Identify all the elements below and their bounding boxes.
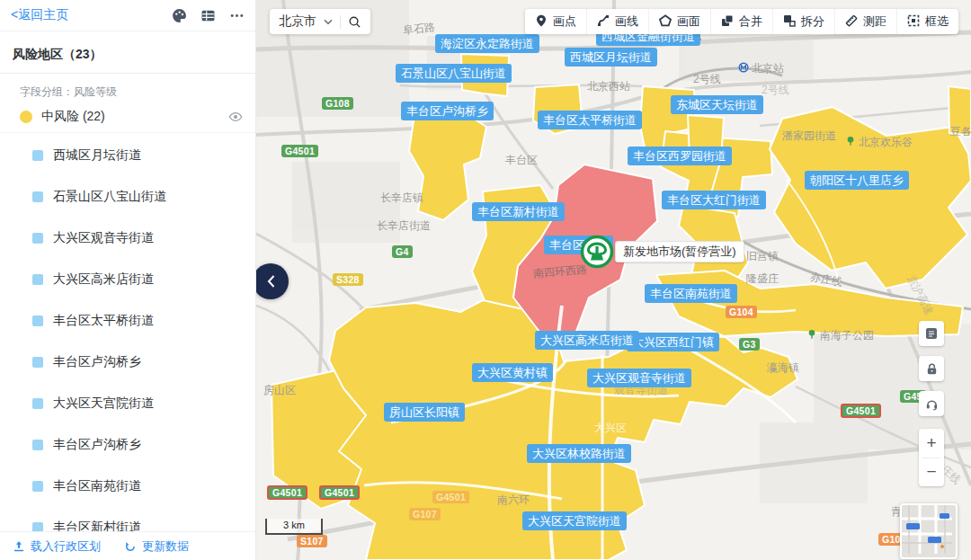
- road-badge: S107: [297, 535, 327, 547]
- road-badge: G104: [726, 306, 757, 318]
- map-background-text: 南六环: [497, 493, 530, 508]
- region-bullet-icon: [32, 150, 43, 161]
- city-selector[interactable]: 北京市: [270, 9, 370, 34]
- ruler-icon: [845, 14, 858, 30]
- map-area-label[interactable]: 丰台区卢沟桥乡: [401, 102, 494, 120]
- tool-box-select[interactable]: 框选: [896, 9, 958, 34]
- map-area-label[interactable]: 大兴区黄村镇: [472, 363, 553, 382]
- map-background-text: 潘家园街道: [782, 129, 836, 144]
- map-area-label[interactable]: 丰台区南苑街道: [645, 284, 737, 303]
- map-area-label[interactable]: 大兴区观音寺街道: [587, 369, 691, 387]
- map-area-label[interactable]: 大兴区西红门镇: [627, 333, 719, 351]
- region-bullet-icon: [32, 316, 43, 326]
- map-area-label[interactable]: 海淀区永定路街道: [435, 34, 539, 53]
- list-item[interactable]: 丰台区卢沟桥乡: [0, 424, 255, 466]
- group-caption: 字段分组：风险等级: [0, 74, 255, 102]
- refresh-icon: [124, 540, 137, 553]
- map-area-label[interactable]: 丰台区新村街道: [472, 202, 565, 221]
- list-item[interactable]: 丰台区南苑街道: [0, 466, 255, 507]
- list-item[interactable]: 石景山区八宝山街道: [0, 176, 255, 218]
- zoom-out-button[interactable]: −: [919, 458, 944, 487]
- park-icon: [806, 329, 817, 342]
- list-item[interactable]: 大兴区天宫院街道: [0, 383, 255, 424]
- list-item[interactable]: 丰台区太平桥街道: [0, 300, 255, 342]
- road-badge: G4501: [267, 485, 307, 500]
- list-item[interactable]: 大兴区观音寺街道: [0, 218, 255, 259]
- sidebar-topbar: <返回主页: [0, 0, 255, 31]
- support-button[interactable]: [919, 391, 944, 416]
- map-background-text: 隆盛庄: [746, 271, 779, 287]
- road-badge: G107: [409, 508, 441, 520]
- map-area-label[interactable]: 丰台区西罗园街道: [628, 147, 732, 165]
- lock-button[interactable]: [919, 356, 944, 381]
- xinfadi-market-marker-icon[interactable]: [580, 235, 614, 269]
- load-districts-button[interactable]: 载入行政区划: [13, 538, 101, 555]
- road-badge: G4501: [841, 404, 881, 418]
- risk-group-row[interactable]: 中风险 (22): [0, 102, 255, 133]
- more-options-icon[interactable]: [229, 8, 245, 23]
- refresh-data-button[interactable]: 更新数据: [124, 538, 189, 555]
- road-badge: G4501: [432, 491, 469, 503]
- poi-info-box[interactable]: 新发地市场(暂停营业): [615, 241, 744, 262]
- region-list: 西城区月坛街道石景山区八宝山街道大兴区观音寺街道大兴区高米店街道丰台区太平桥街道…: [0, 135, 255, 548]
- app-window: <返回主页 风险地区（23） 字段分组：风险等级 中风险 (22): [0, 0, 971, 560]
- tool-merge[interactable]: 合并: [710, 9, 772, 34]
- table-icon[interactable]: [200, 8, 216, 23]
- zoom-in-button[interactable]: +: [919, 429, 944, 458]
- map-background-text: 2号线: [693, 72, 721, 87]
- region-bullet-icon: [32, 191, 43, 202]
- map-area-label[interactable]: 房山区长阳镇: [384, 403, 465, 422]
- headset-icon: [925, 397, 939, 411]
- map-area-label[interactable]: 朝阳区十八里店乡: [805, 171, 909, 190]
- tool-pin[interactable]: 画点: [525, 9, 586, 34]
- minimap[interactable]: [900, 503, 958, 559]
- panel-title: 风险地区（23）: [0, 35, 255, 74]
- metro-icon: [738, 62, 749, 76]
- visibility-eye-icon[interactable]: [228, 110, 243, 124]
- map-background-text: 南海子公园: [806, 328, 874, 343]
- map-scale: 3 km: [265, 519, 323, 535]
- tool-polygon[interactable]: 画面: [648, 9, 710, 34]
- map-background-text: 房山区: [263, 383, 296, 398]
- list-item[interactable]: 西城区月坛街道: [0, 135, 255, 176]
- map-background-text: 北京欢乐谷: [845, 135, 913, 150]
- polyline-icon: [597, 14, 610, 30]
- palette-icon[interactable]: [172, 8, 187, 23]
- map-area-label[interactable]: 大兴区天宫院街道: [522, 511, 627, 530]
- region-bullet-icon: [32, 440, 43, 450]
- map-background-text: 旧宫镇: [746, 249, 779, 264]
- tool-polyline[interactable]: 画线: [586, 9, 648, 34]
- map-area-label[interactable]: 丰台区大红门街道: [662, 191, 766, 209]
- region-bullet-icon: [32, 233, 43, 244]
- map-area-label[interactable]: 石景山区八宝山街道: [396, 64, 512, 83]
- map-background-text: 瀛海镇: [767, 360, 799, 376]
- map-area-label[interactable]: 丰台区太平桥街道: [538, 111, 642, 129]
- merge-icon: [721, 14, 734, 30]
- park-icon: [845, 136, 856, 149]
- map-area-label[interactable]: 西城区月坛街道: [565, 48, 657, 67]
- map-area-label[interactable]: 大兴区高米店街道: [535, 331, 639, 350]
- map-background-text: 2号线: [762, 83, 789, 98]
- map-background-text: 长辛店镇: [380, 191, 423, 206]
- map-background-text: 北京西站: [587, 79, 630, 94]
- tool-split[interactable]: 拆分: [772, 9, 834, 34]
- map-background-text: 大兴区: [594, 421, 627, 436]
- map-canvas[interactable]: 阜石路北京西站2号线2号线北京站潘家园街道北京欢乐谷豆各庄长辛店镇长辛店街道丰台…: [256, 0, 971, 560]
- map-area-label[interactable]: 东城区天坛街道: [671, 95, 763, 114]
- list-item[interactable]: 大兴区高米店街道: [0, 259, 255, 300]
- road-badge: G4501: [281, 145, 318, 157]
- list-item[interactable]: 丰台区卢沟桥乡: [0, 342, 255, 383]
- region-bullet-icon: [32, 398, 43, 409]
- legend-button[interactable]: [919, 321, 944, 346]
- search-icon[interactable]: [348, 15, 361, 29]
- map-area-label[interactable]: 大兴区林校路街道: [527, 444, 631, 463]
- road-badge: S328: [333, 273, 363, 286]
- map-background-text: 丰台区: [505, 153, 538, 168]
- tool-ruler[interactable]: 测距: [834, 9, 896, 34]
- chevron-left-icon: [267, 275, 275, 288]
- pin-icon: [535, 14, 548, 30]
- split-icon: [783, 14, 796, 30]
- map-background-text: 北京站: [738, 61, 784, 76]
- back-home-link[interactable]: <返回主页: [11, 7, 68, 23]
- medium-risk-color-dot: [20, 111, 32, 123]
